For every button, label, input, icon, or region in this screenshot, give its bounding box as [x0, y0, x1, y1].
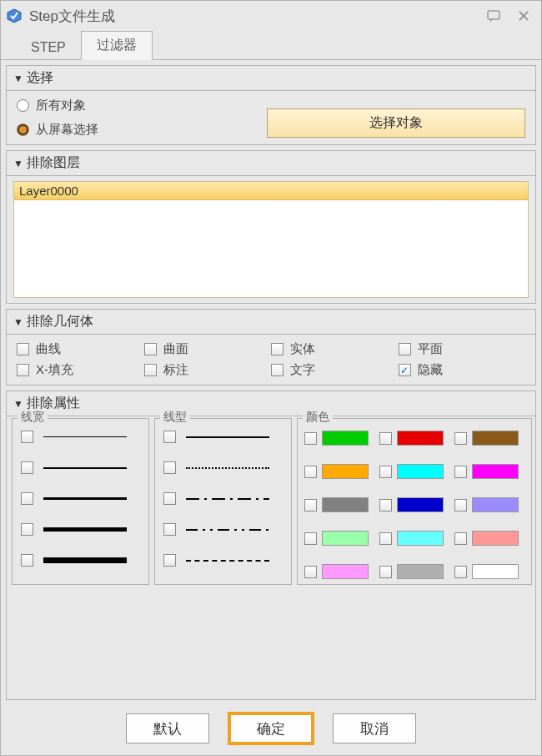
- linewidth-sample: [43, 557, 127, 563]
- section-exclude-layer: ▼ 排除图层 Layer0000: [6, 150, 536, 304]
- checkbox-annot-label: 标注: [163, 362, 188, 378]
- checkbox-xfill[interactable]: [17, 364, 29, 376]
- color-swatch: [322, 464, 369, 479]
- checkbox-lw5[interactable]: [21, 554, 33, 567]
- checkbox-annot[interactable]: [144, 364, 157, 376]
- group-linewidth: 线宽: [12, 418, 149, 585]
- checkbox-color-14[interactable]: [454, 566, 467, 578]
- linetype-sample-solid: [186, 436, 269, 438]
- default-button[interactable]: 默认: [126, 713, 209, 743]
- section-exclude-layer-title: 排除图层: [27, 154, 80, 172]
- layer-listbox[interactable]: Layer0000: [13, 181, 529, 298]
- checkbox-hidden[interactable]: ✓: [399, 364, 411, 376]
- section-exclude-attr-head[interactable]: ▼ 排除属性: [7, 391, 535, 416]
- tab-filter[interactable]: 过滤器: [81, 31, 153, 60]
- checkbox-color-9[interactable]: [304, 532, 317, 545]
- checkbox-lw4[interactable]: [21, 523, 33, 536]
- checkbox-lt3[interactable]: [163, 492, 176, 505]
- checkbox-lt4[interactable]: [163, 523, 176, 536]
- tab-bar: STEP 过滤器: [1, 31, 541, 60]
- checkbox-color-8[interactable]: [454, 499, 467, 512]
- checkbox-xfill-label: X-填充: [36, 362, 73, 378]
- checkbox-color-0[interactable]: [304, 432, 317, 445]
- color-swatch: [397, 431, 444, 446]
- color-swatch: [472, 497, 519, 512]
- section-exclude-geom-head[interactable]: ▼ 排除几何体: [7, 310, 535, 335]
- checkbox-color-12[interactable]: [304, 566, 317, 578]
- linewidth-sample: [43, 497, 127, 500]
- checkbox-lw2[interactable]: [21, 461, 33, 474]
- checkbox-plane-label: 平面: [418, 341, 443, 357]
- checkbox-color-10[interactable]: [379, 532, 392, 545]
- checkbox-color-11[interactable]: [454, 532, 467, 545]
- checkbox-color-13[interactable]: [379, 566, 392, 578]
- svg-rect-1: [488, 11, 499, 19]
- checkbox-solid[interactable]: [271, 343, 284, 355]
- group-color-title: 颜色: [303, 410, 333, 425]
- section-exclude-geom: ▼ 排除几何体 曲线 曲面 实体 平面 X-填充 标注 文字 ✓隐藏: [6, 309, 536, 386]
- linewidth-sample: [43, 467, 127, 469]
- color-swatch: [472, 464, 519, 479]
- group-color: 颜色: [297, 418, 532, 585]
- window-title: Step文件生成: [29, 7, 473, 26]
- cancel-button[interactable]: 取消: [333, 713, 416, 743]
- section-select-head[interactable]: ▼ 选择: [7, 66, 535, 91]
- checkbox-text[interactable]: [271, 364, 284, 376]
- section-exclude-attr: ▼ 排除属性 线宽 线型: [6, 391, 536, 700]
- help-icon[interactable]: [484, 7, 503, 25]
- checkbox-color-1[interactable]: [379, 432, 392, 445]
- checkbox-lt2[interactable]: [163, 461, 176, 474]
- checkbox-lw3[interactable]: [21, 492, 33, 505]
- linetype-sample-dashdotdot: [186, 529, 269, 531]
- dialog-window: Step文件生成 STEP 过滤器 ▼ 选择 所有对象: [0, 0, 542, 756]
- checkbox-color-5[interactable]: [454, 466, 467, 478]
- radio-from-screen-label: 从屏幕选择: [36, 122, 98, 138]
- checkbox-lt5[interactable]: [163, 554, 176, 567]
- radio-all-objects[interactable]: [17, 99, 29, 112]
- checkbox-color-2[interactable]: [454, 432, 467, 445]
- checkbox-surface-label: 曲面: [163, 341, 188, 357]
- section-exclude-geom-title: 排除几何体: [27, 313, 93, 330]
- checkbox-lt1[interactable]: [163, 431, 176, 443]
- section-select: ▼ 选择 所有对象 从屏幕选择 选择对象: [6, 65, 536, 145]
- group-linetype: 线型: [154, 418, 292, 585]
- radio-all-objects-label: 所有对象: [36, 98, 86, 113]
- color-swatch: [472, 531, 519, 546]
- radio-from-screen[interactable]: [17, 123, 29, 136]
- collapse-icon: ▼: [13, 316, 23, 328]
- ok-button[interactable]: 确定: [229, 713, 313, 743]
- collapse-icon: ▼: [13, 398, 23, 410]
- checkbox-color-3[interactable]: [304, 466, 317, 478]
- checkbox-surface[interactable]: [144, 343, 157, 355]
- linewidth-sample: [43, 527, 127, 532]
- checkbox-hidden-label: 隐藏: [418, 362, 443, 378]
- collapse-icon: ▼: [13, 158, 23, 169]
- layer-item[interactable]: Layer0000: [14, 182, 528, 200]
- checkbox-plane[interactable]: [399, 343, 411, 355]
- select-objects-button[interactable]: 选择对象: [267, 108, 525, 138]
- checkbox-lw1[interactable]: [21, 431, 33, 443]
- checkbox-solid-label: 实体: [290, 341, 315, 357]
- tab-step[interactable]: STEP: [16, 35, 81, 60]
- color-swatch: [397, 497, 444, 512]
- color-swatch: [397, 464, 444, 479]
- color-swatch: [322, 564, 369, 579]
- color-swatch: [322, 497, 369, 512]
- close-icon[interactable]: [514, 7, 533, 25]
- linetype-sample-dashed: [186, 560, 269, 562]
- checkbox-color-6[interactable]: [304, 499, 317, 512]
- color-swatch: [322, 431, 369, 446]
- checkbox-curve[interactable]: [17, 343, 29, 355]
- content-area: ▼ 选择 所有对象 从屏幕选择 选择对象: [1, 60, 541, 705]
- color-swatch: [472, 431, 519, 446]
- color-swatch: [322, 531, 369, 546]
- collapse-icon: ▼: [13, 73, 23, 84]
- checkbox-color-4[interactable]: [379, 466, 392, 478]
- app-icon: [6, 8, 23, 24]
- linetype-sample-dashdot: [186, 498, 269, 500]
- linetype-sample-dotted: [186, 467, 269, 469]
- checkbox-color-7[interactable]: [379, 499, 392, 512]
- titlebar: Step文件生成: [1, 1, 541, 31]
- section-exclude-layer-head[interactable]: ▼ 排除图层: [7, 151, 535, 176]
- linewidth-sample: [43, 436, 127, 437]
